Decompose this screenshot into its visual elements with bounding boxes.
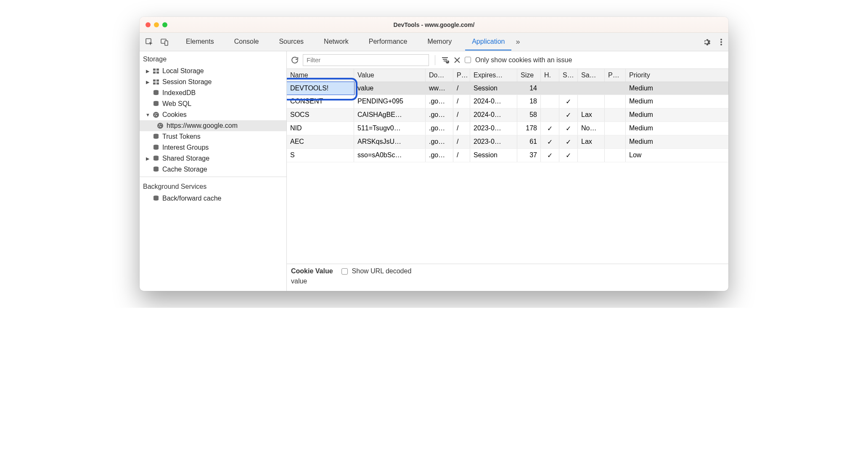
tab-memory[interactable]: Memory [421, 34, 458, 50]
cell-name[interactable]: S [287, 149, 354, 162]
sidebar-item-https-www-google-com[interactable]: https://www.google.com [140, 120, 286, 131]
cell-priority[interactable]: Medium [626, 122, 685, 135]
cell-size[interactable]: 58 [517, 108, 541, 122]
cell-name[interactable]: AEC [287, 135, 354, 148]
column-header[interactable]: Expires… [470, 69, 517, 82]
cell-partition[interactable] [605, 108, 626, 122]
cell-domain[interactable]: .go… [426, 135, 453, 148]
cell-path[interactable]: / [453, 135, 470, 148]
cell-priority[interactable]: Low [626, 149, 685, 162]
cell-name[interactable]: NID [287, 122, 354, 135]
sidebar-item-back-forward-cache[interactable]: ▶Back/forward cache [140, 193, 286, 204]
cell-expires[interactable]: Session [470, 149, 517, 162]
cell-priority[interactable]: Medium [626, 82, 685, 95]
cell-http[interactable]: ✓ [541, 135, 559, 148]
maximize-window-button[interactable] [162, 22, 167, 27]
column-header[interactable]: Priority [626, 69, 685, 82]
column-header[interactable]: Name [287, 69, 354, 82]
cell-samesite[interactable] [578, 82, 605, 95]
disclosure-triangle-icon[interactable]: ▼ [146, 112, 150, 117]
cell-samesite[interactable] [578, 95, 605, 108]
table-row[interactable]: DEVTOOLS!valueww…/Session14Medium [287, 82, 728, 95]
cell-http[interactable]: ✓ [541, 149, 559, 162]
cell-domain[interactable]: .go… [426, 95, 453, 108]
cell-secure[interactable]: ✓ [559, 122, 578, 135]
refresh-icon[interactable] [291, 56, 299, 64]
column-header[interactable]: Value [354, 69, 426, 82]
sidebar-item-shared-storage[interactable]: ▶Shared Storage [140, 153, 286, 164]
cell-domain[interactable]: ww… [426, 82, 453, 95]
cell-http[interactable] [541, 95, 559, 108]
sidebar-item-interest-groups[interactable]: ▶Interest Groups [140, 142, 286, 153]
cell-expires[interactable]: 2023-0… [470, 135, 517, 148]
table-row[interactable]: NID511=Tsugv0….go…/2023-0…178✓✓No…Medium [287, 122, 728, 135]
cell-value[interactable]: value [354, 82, 426, 95]
sidebar-item-local-storage[interactable]: ▶Local Storage [140, 66, 286, 77]
device-toolbar-icon[interactable] [159, 37, 170, 48]
sidebar-item-cache-storage[interactable]: ▶Cache Storage [140, 164, 286, 175]
cell-samesite[interactable] [578, 149, 605, 162]
sidebar-item-web-sql[interactable]: ▶Web SQL [140, 98, 286, 109]
cell-size[interactable]: 14 [517, 82, 541, 95]
inspect-element-icon[interactable] [144, 37, 155, 48]
cell-expires[interactable]: 2024-0… [470, 95, 517, 108]
cell-name[interactable]: DEVTOOLS! [287, 82, 354, 95]
disclosure-triangle-icon[interactable]: ▶ [146, 79, 150, 85]
tab-console[interactable]: Console [228, 34, 266, 50]
cell-secure[interactable]: ✓ [559, 135, 578, 148]
cell-http[interactable] [541, 108, 559, 122]
cell-expires[interactable]: 2023-0… [470, 122, 517, 135]
cell-value[interactable]: sso=sA0bSc… [354, 149, 426, 162]
cell-secure[interactable] [559, 82, 578, 95]
cell-secure[interactable]: ✓ [559, 95, 578, 108]
cell-partition[interactable] [605, 135, 626, 148]
cell-partition[interactable] [605, 149, 626, 162]
cell-priority[interactable]: Medium [626, 135, 685, 148]
column-header[interactable]: H. [541, 69, 559, 82]
tab-performance[interactable]: Performance [362, 34, 414, 50]
sidebar-item-cookies[interactable]: ▼Cookies [140, 109, 286, 120]
cell-samesite[interactable]: No… [578, 122, 605, 135]
cell-secure[interactable]: ✓ [559, 149, 578, 162]
cell-value[interactable]: ARSKqsJsU… [354, 135, 426, 148]
cell-http[interactable]: ✓ [541, 122, 559, 135]
cell-partition[interactable] [605, 95, 626, 108]
column-header[interactable]: Sa… [578, 69, 605, 82]
cell-priority[interactable]: Medium [626, 108, 685, 122]
only-issues-checkbox[interactable]: Only show cookies with an issue [465, 56, 572, 64]
close-window-button[interactable] [146, 22, 151, 27]
cell-domain[interactable]: .go… [426, 122, 453, 135]
clear-filtered-icon[interactable] [441, 56, 450, 64]
cell-domain[interactable]: .go… [426, 149, 453, 162]
cell-http[interactable] [541, 82, 559, 95]
cell-domain[interactable]: .go… [426, 108, 453, 122]
cell-name[interactable]: CONSENT [287, 95, 354, 108]
column-header[interactable]: P… [605, 69, 626, 82]
tab-network[interactable]: Network [317, 34, 355, 50]
cell-partition[interactable] [605, 82, 626, 95]
cell-expires[interactable]: 2024-0… [470, 108, 517, 122]
cell-size[interactable]: 37 [517, 149, 541, 162]
disclosure-triangle-icon[interactable]: ▶ [146, 156, 150, 161]
column-header[interactable]: Do… [426, 69, 453, 82]
table-row[interactable]: Ssso=sA0bSc….go…/Session37✓✓Low [287, 149, 728, 162]
cell-path[interactable]: / [453, 122, 470, 135]
cell-path[interactable]: / [453, 95, 470, 108]
cell-value[interactable]: CAISHAgBE… [354, 108, 426, 122]
cell-size[interactable]: 178 [517, 122, 541, 135]
more-tabs-button[interactable]: » [512, 37, 523, 46]
minimize-window-button[interactable] [154, 22, 159, 27]
sidebar-item-indexeddb[interactable]: ▶IndexedDB [140, 87, 286, 98]
more-options-icon[interactable] [718, 36, 724, 48]
sidebar-item-trust-tokens[interactable]: ▶Trust Tokens [140, 131, 286, 142]
cell-partition[interactable] [605, 122, 626, 135]
table-row[interactable]: AECARSKqsJsU….go…/2023-0…61✓✓LaxMedium [287, 135, 728, 149]
tab-sources[interactable]: Sources [272, 34, 310, 50]
sidebar-item-session-storage[interactable]: ▶Session Storage [140, 77, 286, 87]
cell-secure[interactable]: ✓ [559, 108, 578, 122]
tab-elements[interactable]: Elements [179, 34, 221, 50]
column-header[interactable]: P… [453, 69, 470, 82]
cell-name[interactable]: SOCS [287, 108, 354, 122]
cell-value[interactable]: 511=Tsugv0… [354, 122, 426, 135]
cell-expires[interactable]: Session [470, 82, 517, 95]
